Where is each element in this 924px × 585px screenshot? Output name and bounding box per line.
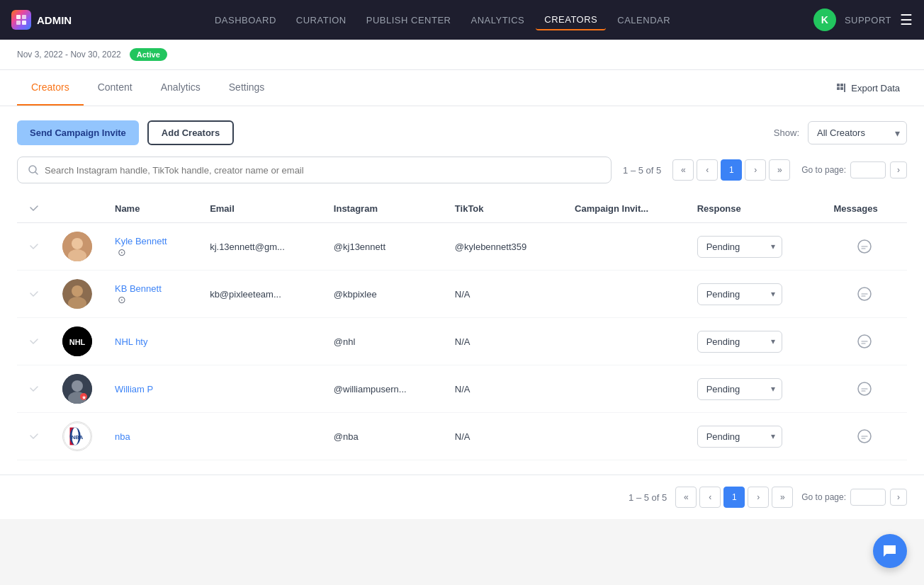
campaign-invite-header: Campaign Invit... xyxy=(563,195,686,223)
creator-email: kb@pixleeteam... xyxy=(198,271,322,318)
svg-text:NBA: NBA xyxy=(72,434,84,441)
creator-campaign-invite xyxy=(563,223,686,271)
message-icon[interactable] xyxy=(833,334,896,349)
hamburger-icon[interactable]: ☰ xyxy=(900,11,913,28)
table-row: NHL NHL hty @nhl N/A PendingAcceptedDecl… xyxy=(17,318,907,365)
go-to-page-input[interactable] xyxy=(850,161,886,178)
svg-point-22 xyxy=(72,380,83,392)
page-header: Creators Content Analytics Settings Expo… xyxy=(0,70,924,106)
tab-creators[interactable]: Creators xyxy=(17,70,84,106)
message-icon[interactable] xyxy=(833,381,896,397)
verified-icon: ⊙ xyxy=(118,246,126,258)
svg-rect-7 xyxy=(837,87,840,90)
bottom-next-page-button[interactable]: › xyxy=(748,487,769,508)
creator-campaign-invite xyxy=(563,271,686,318)
creator-avatar-cell: NBA xyxy=(51,413,103,460)
row-checkbox[interactable] xyxy=(17,271,51,318)
table-row: ★ William P @williampusern... N/A Pendin… xyxy=(17,365,907,413)
creator-name-link[interactable]: William P xyxy=(115,384,187,394)
nav-analytics[interactable]: ANALYTICS xyxy=(462,11,533,30)
creator-email xyxy=(198,318,322,365)
creator-response-cell: PendingAcceptedDeclined xyxy=(686,271,823,318)
show-select[interactable]: All Creators Accepted Pending Declined xyxy=(808,121,907,144)
admin-logo[interactable]: ADMIN xyxy=(11,10,72,30)
tiktok-header: TikTok xyxy=(444,195,563,223)
bottom-last-page-button[interactable]: » xyxy=(772,487,793,508)
creator-avatar-cell xyxy=(51,223,103,271)
bottom-go-to-page-input[interactable] xyxy=(850,489,886,506)
nav-dashboard[interactable]: DASHBOARD xyxy=(206,11,285,30)
send-campaign-invite-button[interactable]: Send Campaign Invite xyxy=(17,120,139,145)
search-input[interactable] xyxy=(45,165,601,176)
prev-page-button[interactable]: ‹ xyxy=(697,159,718,181)
nav-curation[interactable]: CURATION xyxy=(288,11,355,30)
creator-avatar: ★ xyxy=(62,374,92,404)
response-select[interactable]: PendingAcceptedDeclined xyxy=(697,283,782,305)
bottom-first-page-button[interactable]: « xyxy=(675,487,697,508)
bottom-go-to-page-submit[interactable]: › xyxy=(890,489,907,506)
creator-name-cell: KB Bennett ⊙ xyxy=(103,271,198,318)
tab-settings[interactable]: Settings xyxy=(215,70,279,106)
first-page-button[interactable]: « xyxy=(672,159,694,181)
response-select[interactable]: PendingAcceptedDeclined xyxy=(697,426,782,448)
creator-email xyxy=(198,413,322,460)
avatar-image: ★ xyxy=(62,374,92,404)
row-checkbox[interactable] xyxy=(17,413,51,460)
creator-tiktok: N/A xyxy=(444,271,563,318)
creator-response-cell: PendingAcceptedDeclined xyxy=(686,223,823,271)
creators-table: Name Email Instagram TikTok Campaign Inv… xyxy=(17,195,907,460)
nav-right: K SUPPORT ☰ xyxy=(813,8,913,31)
nav-calendar[interactable]: CALENDAR xyxy=(609,11,679,30)
creator-avatar xyxy=(62,279,92,309)
tab-content[interactable]: Content xyxy=(84,70,147,106)
creator-response-cell: PendingAcceptedDeclined xyxy=(686,413,823,460)
response-select[interactable]: PendingAcceptedDeclined xyxy=(697,236,782,258)
svg-rect-3 xyxy=(22,21,26,25)
message-icon[interactable] xyxy=(833,239,896,254)
creator-name-link[interactable]: nba xyxy=(115,431,187,442)
status-badge: Active xyxy=(130,48,167,61)
page-tabs: Creators Content Analytics Settings xyxy=(17,70,278,106)
creator-response-cell: PendingAcceptedDeclined xyxy=(686,365,823,413)
creator-name-link[interactable]: Kyle Bennett xyxy=(115,236,187,246)
page-1-button[interactable]: 1 xyxy=(721,159,742,181)
go-to-page-submit[interactable]: › xyxy=(890,161,907,178)
search-icon xyxy=(28,164,39,176)
message-icon[interactable] xyxy=(833,286,896,302)
creator-instagram: @williampusern... xyxy=(322,365,444,413)
avatar[interactable]: K xyxy=(813,8,836,31)
admin-title: ADMIN xyxy=(37,14,72,26)
creator-name-link[interactable]: KB Bennett xyxy=(115,283,187,294)
nav-creators[interactable]: CREATORS xyxy=(536,10,606,30)
creator-response-cell: PendingAcceptedDeclined xyxy=(686,318,823,365)
response-select[interactable]: PendingAcceptedDeclined xyxy=(697,331,782,353)
creator-email: kj.13ennett@gm... xyxy=(198,223,322,271)
tab-analytics[interactable]: Analytics xyxy=(147,70,215,106)
export-data-button[interactable]: Export Data xyxy=(828,78,907,98)
svg-rect-0 xyxy=(16,15,21,19)
creator-messages-cell xyxy=(822,271,907,318)
nav-publish-center[interactable]: PUBLISH CENTER xyxy=(358,11,460,30)
row-checkbox[interactable] xyxy=(17,223,51,271)
select-all-header[interactable] xyxy=(17,195,51,223)
response-select[interactable]: PendingAcceptedDeclined xyxy=(697,378,782,400)
creator-tiktok: N/A xyxy=(444,413,563,460)
row-checkbox[interactable] xyxy=(17,318,51,365)
support-link[interactable]: SUPPORT xyxy=(845,15,891,25)
last-page-button[interactable]: » xyxy=(769,159,790,181)
creator-campaign-invite xyxy=(563,413,686,460)
response-header: Response xyxy=(686,195,823,223)
svg-rect-6 xyxy=(844,84,845,92)
bottom-page-1-button[interactable]: 1 xyxy=(723,487,745,508)
creator-avatar xyxy=(62,232,92,261)
nba-logo: NBA xyxy=(63,421,91,451)
creator-avatar-cell: NHL xyxy=(51,318,103,365)
message-icon[interactable] xyxy=(833,428,896,444)
bottom-prev-page-button[interactable]: ‹ xyxy=(699,487,721,508)
export-label: Export Data xyxy=(851,83,900,93)
logo-icon xyxy=(11,10,31,30)
creator-name-link[interactable]: NHL hty xyxy=(115,336,187,347)
add-creators-button[interactable]: Add Creators xyxy=(147,120,234,145)
next-page-button[interactable]: › xyxy=(745,159,766,181)
row-checkbox[interactable] xyxy=(17,365,51,413)
